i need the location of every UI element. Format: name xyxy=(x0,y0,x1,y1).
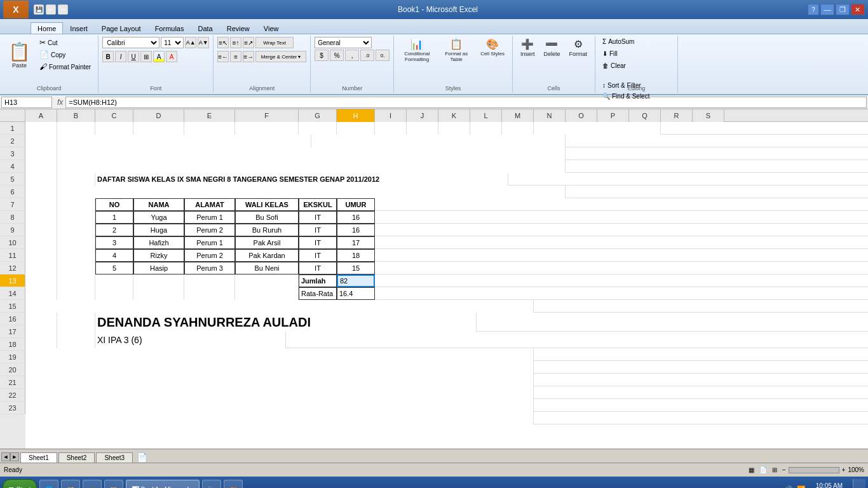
cell-e12[interactable]: Perum 3 xyxy=(184,262,235,274)
cell-c10[interactable]: 3 xyxy=(95,236,133,249)
row-6[interactable]: 6 xyxy=(0,186,25,198)
cell-c13[interactable] xyxy=(95,274,133,287)
comma-btn[interactable]: , xyxy=(345,50,359,61)
cell-e14[interactable] xyxy=(184,287,235,300)
sheet-tab-1[interactable]: Sheet1 xyxy=(20,452,57,463)
cell-b9[interactable] xyxy=(57,224,95,236)
col-header-h[interactable]: H xyxy=(337,109,375,122)
cell-d7-nama[interactable]: NAMA xyxy=(133,198,184,211)
taskbar-folder2[interactable]: 📂 xyxy=(104,480,123,488)
cell-h8[interactable]: 16 xyxy=(337,211,375,224)
wrap-text-button[interactable]: Wrap Text xyxy=(255,37,294,48)
cell-d12[interactable]: Hasip xyxy=(133,262,184,274)
cell-b17[interactable] xyxy=(57,332,95,348)
normal-view-btn[interactable]: ▦ xyxy=(749,466,754,473)
cell-d14[interactable] xyxy=(133,287,184,300)
row-11[interactable]: 11 xyxy=(0,249,25,262)
quick-undo-btn[interactable]: ↩ xyxy=(46,4,56,15)
cell-f11[interactable]: Pak Kardan xyxy=(235,249,299,262)
quick-save-btn[interactable]: 💾 xyxy=(34,4,44,15)
cell-a3[interactable] xyxy=(25,147,57,160)
col-header-l[interactable]: L xyxy=(470,109,502,122)
col-header-a[interactable]: A xyxy=(25,109,57,122)
cell-a7[interactable] xyxy=(25,198,57,211)
taskbar-app1[interactable]: 📎 xyxy=(202,480,221,488)
col-header-k[interactable]: K xyxy=(438,109,470,122)
cell-d9[interactable]: Huga xyxy=(133,224,184,236)
cell-a11[interactable] xyxy=(25,249,57,262)
cell-e11[interactable]: Perum 2 xyxy=(184,249,235,262)
cell-g1[interactable] xyxy=(299,122,337,135)
insert-button[interactable]: ➕ Insert xyxy=(517,37,539,60)
cell-e9[interactable]: Perum 2 xyxy=(184,224,235,236)
fill-color-button[interactable]: A xyxy=(153,51,165,62)
taskbar-firefox[interactable]: 🦊 xyxy=(224,480,243,488)
paste-button[interactable]: 📋 Paste xyxy=(4,37,35,75)
cell-f1[interactable] xyxy=(235,122,299,135)
row-22[interactable]: 22 xyxy=(0,389,25,402)
cell-e10[interactable]: Perum 1 xyxy=(184,236,235,249)
align-center-btn[interactable]: ≡ xyxy=(230,51,241,62)
cell-d13[interactable] xyxy=(133,274,184,287)
cell-styles-button[interactable]: 🎨 Cell Styles xyxy=(477,37,508,59)
add-sheet-btn[interactable]: 📄 xyxy=(137,452,147,463)
row-16[interactable]: 16 xyxy=(0,313,25,325)
cell-a5[interactable] xyxy=(25,173,57,186)
col-header-b[interactable]: B xyxy=(57,109,95,122)
sheet-tab-2[interactable]: Sheet2 xyxy=(58,452,95,463)
tab-review[interactable]: Review xyxy=(220,22,257,34)
increase-font-btn[interactable]: A▲ xyxy=(185,37,196,48)
cell-row15[interactable] xyxy=(25,300,534,313)
col-header-j[interactable]: J xyxy=(407,109,438,122)
align-top-left-btn[interactable]: ≡↖ xyxy=(217,37,229,48)
cell-a8[interactable] xyxy=(25,211,57,224)
cell-a10[interactable] xyxy=(25,236,57,249)
cell-g12[interactable]: IT xyxy=(299,262,337,274)
cell-g10[interactable]: IT xyxy=(299,236,337,249)
cell-c11[interactable]: 4 xyxy=(95,249,133,262)
cut-button[interactable]: ✂ Cut xyxy=(36,37,94,48)
cell-b11[interactable] xyxy=(57,249,95,262)
row-18[interactable]: 18 xyxy=(0,338,25,351)
taskbar-explorer[interactable]: 📁 xyxy=(61,480,80,488)
row-13[interactable]: 13 xyxy=(0,274,25,287)
col-header-f[interactable]: F xyxy=(235,109,299,122)
fill-button[interactable]: ⬇ Fill xyxy=(599,49,621,58)
cell-c8[interactable]: 1 xyxy=(95,211,133,224)
cell-f10[interactable]: Pak Arsil xyxy=(235,236,299,249)
cell-g7-ekskul[interactable]: EKSKUL xyxy=(299,198,337,211)
conditional-formatting-button[interactable]: 📊 Conditional Formatting xyxy=(398,37,436,65)
zoom-minus[interactable]: − xyxy=(782,466,786,473)
cell-b12[interactable] xyxy=(57,262,95,274)
cell-b3[interactable] xyxy=(57,147,566,160)
align-top-right-btn[interactable]: ≡↗ xyxy=(243,37,254,48)
cell-h10[interactable]: 17 xyxy=(337,236,375,249)
cell-b7[interactable] xyxy=(57,198,95,211)
align-right-btn[interactable]: ≡→ xyxy=(243,51,254,62)
cell-a2[interactable] xyxy=(25,135,57,147)
cell-b1[interactable] xyxy=(57,122,95,135)
page-layout-btn[interactable]: 📄 xyxy=(759,466,767,473)
cell-f13[interactable] xyxy=(235,274,299,287)
cell-e7-alamat[interactable]: ALAMAT xyxy=(184,198,235,211)
cell-b6[interactable] xyxy=(57,186,566,198)
col-header-p[interactable]: P xyxy=(597,109,629,122)
cell-b16[interactable] xyxy=(57,313,95,332)
font-size-select[interactable]: 11 xyxy=(161,37,184,48)
align-left-btn[interactable]: ≡← xyxy=(217,51,229,62)
cell-g8[interactable]: IT xyxy=(299,211,337,224)
col-header-m[interactable]: M xyxy=(502,109,534,122)
cell-b13[interactable] xyxy=(57,274,95,287)
font-color-button[interactable]: A xyxy=(166,51,177,62)
row-10[interactable]: 10 xyxy=(0,236,25,249)
cell-b4[interactable] xyxy=(57,160,566,173)
cell-row22[interactable] xyxy=(25,399,534,412)
cell-c16-bigname[interactable]: DENANDA SYAHNURREZA AULADI xyxy=(95,313,477,332)
cell-row19[interactable] xyxy=(25,361,534,374)
cell-l1[interactable] xyxy=(470,122,502,135)
merge-center-button[interactable]: Merge & Center ▾ xyxy=(255,51,306,62)
restore-button[interactable]: ❐ xyxy=(836,4,850,15)
cell-a9[interactable] xyxy=(25,224,57,236)
row-8[interactable]: 8 xyxy=(0,211,25,224)
col-header-c[interactable]: C xyxy=(95,109,133,122)
